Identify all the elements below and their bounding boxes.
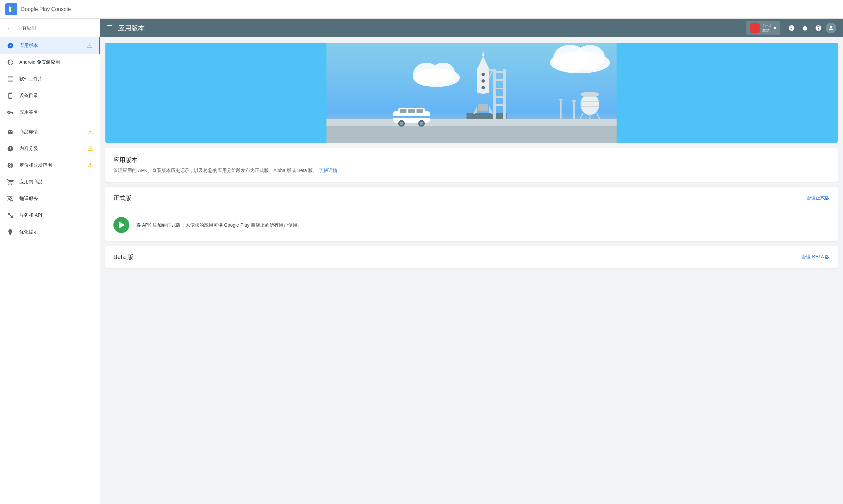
learn-more-link[interactable]: 了解详情 bbox=[319, 168, 338, 173]
app-name-container: Test 草稿 bbox=[762, 23, 771, 33]
sidebar-item-in-app-products[interactable]: 应用内商品 bbox=[0, 174, 100, 190]
play-icon bbox=[113, 217, 129, 233]
svg-rect-12 bbox=[467, 113, 506, 119]
section-title: 应用版本 bbox=[113, 156, 138, 164]
production-label: 正式版 bbox=[113, 194, 131, 202]
help-button[interactable] bbox=[812, 22, 824, 34]
sidebar-item-app-version[interactable]: 应用版本 ⚠ bbox=[0, 37, 100, 54]
app-selector[interactable]: Test 草稿 ▾ bbox=[746, 21, 780, 35]
svg-rect-38 bbox=[393, 116, 430, 118]
sidebar-item-android-instant[interactable]: Android 免安装应用 bbox=[0, 54, 100, 71]
manage-production-link[interactable]: 管理正式版 bbox=[806, 195, 830, 201]
sidebar-item-store-listing[interactable]: 商品详情 ⚠ bbox=[0, 124, 100, 140]
svg-point-28 bbox=[482, 79, 485, 83]
svg-point-11 bbox=[575, 45, 605, 70]
app-signing-icon bbox=[7, 109, 14, 116]
pricing-icon bbox=[7, 162, 14, 169]
notifications-button[interactable] bbox=[799, 22, 811, 34]
avatar[interactable] bbox=[826, 23, 836, 33]
hamburger-icon[interactable]: ☰ bbox=[107, 24, 113, 32]
content-area: ☰ 应用版本 Test 草稿 ▾ bbox=[100, 19, 843, 504]
svg-point-40 bbox=[400, 122, 403, 125]
android-instant-icon bbox=[7, 59, 14, 66]
sidebar-item-label: 商品详情 bbox=[19, 129, 38, 135]
svg-rect-36 bbox=[408, 109, 415, 113]
section-description: 管理应用的 APK、查看版本历史记录，以及将您的应用分阶段发布为正式版、Alph… bbox=[113, 167, 830, 174]
production-version-header: 正式版 管理正式版 bbox=[105, 187, 838, 209]
sidebar-item-artifact-library[interactable]: 软件工件库 bbox=[0, 71, 100, 87]
beta-version-section: Beta 版 管理 BETA 版 bbox=[105, 246, 838, 268]
sidebar-item-translation[interactable]: 翻译服务 bbox=[0, 190, 100, 207]
warning-icon-content: ⚠ bbox=[88, 145, 93, 152]
section-info-card: 应用版本 管理应用的 APK、查看版本历史记录，以及将您的应用分阶段发布为正式版… bbox=[105, 148, 838, 182]
svg-rect-16 bbox=[493, 79, 506, 81]
sidebar-divider-1 bbox=[0, 122, 100, 122]
svg-rect-43 bbox=[560, 99, 561, 119]
sidebar-item-app-signing[interactable]: 应用签名 bbox=[0, 104, 100, 121]
main-layout: ← 所有应用 应用版本 ⚠ Android 免安装应用 软件工件库 bbox=[0, 19, 843, 504]
device-catalog-icon bbox=[7, 92, 14, 99]
svg-point-51 bbox=[580, 92, 599, 97]
svg-point-8 bbox=[431, 63, 455, 83]
svg-rect-19 bbox=[493, 104, 506, 106]
dropdown-icon: ▾ bbox=[774, 25, 776, 31]
sidebar-item-pricing[interactable]: 定价和分发范围 ⚠ bbox=[0, 157, 100, 174]
svg-rect-5 bbox=[326, 119, 616, 126]
content-rating-icon bbox=[7, 145, 14, 152]
logo-area: Google Play Console bbox=[5, 3, 105, 15]
svg-rect-17 bbox=[493, 88, 506, 89]
svg-rect-13 bbox=[503, 69, 506, 119]
svg-point-2 bbox=[11, 8, 14, 11]
sidebar-item-label: 翻译服务 bbox=[19, 196, 38, 202]
svg-rect-35 bbox=[400, 109, 407, 113]
sidebar-item-label: 优化提示 bbox=[19, 229, 38, 235]
content-title: 应用版本 bbox=[118, 24, 741, 33]
info-button[interactable] bbox=[786, 22, 797, 34]
svg-rect-18 bbox=[493, 96, 506, 98]
sidebar-item-label: 设备目录 bbox=[19, 93, 38, 99]
logo-text: Google Play Console bbox=[21, 6, 71, 12]
artifact-library-icon bbox=[7, 75, 14, 83]
sidebar: ← 所有应用 应用版本 ⚠ Android 免安装应用 软件工件库 bbox=[0, 19, 100, 504]
sidebar-item-label: 应用签名 bbox=[19, 109, 38, 115]
play-triangle bbox=[119, 222, 125, 228]
sidebar-item-content-rating[interactable]: 内容分级 ⚠ bbox=[0, 140, 100, 157]
svg-point-27 bbox=[482, 73, 485, 76]
app-icon bbox=[750, 23, 760, 33]
production-description: 将 APK 添加到正式版，以便您的应用可供 Google Play 商店上的所有… bbox=[136, 221, 302, 229]
sidebar-item-label: 软件工件库 bbox=[19, 76, 43, 82]
sidebar-item-services-api[interactable]: 服务和 API bbox=[0, 207, 100, 224]
manage-beta-link[interactable]: 管理 BETA 版 bbox=[801, 254, 830, 260]
svg-rect-46 bbox=[572, 100, 576, 102]
logo-icon bbox=[5, 3, 17, 15]
warning-icon-pricing: ⚠ bbox=[88, 162, 93, 169]
svg-rect-52 bbox=[580, 101, 599, 102]
back-icon: ← bbox=[7, 24, 13, 32]
section-title-row: 应用版本 bbox=[113, 156, 830, 164]
content-body: 应用版本 管理应用的 APK、查看版本历史记录，以及将您的应用分阶段发布为正式版… bbox=[100, 148, 843, 279]
sidebar-back-button[interactable]: ← 所有应用 bbox=[0, 19, 100, 37]
hero-illustration bbox=[105, 43, 838, 143]
sidebar-item-label: 服务和 API bbox=[19, 212, 42, 218]
beta-label: Beta 版 bbox=[113, 253, 133, 261]
svg-point-42 bbox=[420, 122, 423, 125]
svg-rect-44 bbox=[559, 99, 562, 100]
top-bar: Google Play Console bbox=[0, 0, 843, 19]
optimization-icon bbox=[7, 228, 14, 236]
beta-version-header: Beta 版 管理 BETA 版 bbox=[105, 246, 838, 268]
svg-point-29 bbox=[482, 86, 485, 89]
svg-rect-32 bbox=[478, 104, 488, 111]
sidebar-item-label: 应用版本 bbox=[19, 43, 38, 49]
sidebar-back-label: 所有应用 bbox=[17, 25, 36, 31]
sidebar-item-device-catalog[interactable]: 设备目录 bbox=[0, 87, 100, 104]
svg-rect-45 bbox=[573, 101, 575, 119]
translation-icon bbox=[7, 195, 14, 202]
app-name: Test bbox=[762, 23, 771, 28]
svg-rect-14 bbox=[493, 69, 496, 119]
store-listing-icon bbox=[7, 128, 14, 136]
sidebar-item-label: 定价和分发范围 bbox=[19, 162, 52, 168]
sidebar-item-optimization[interactable]: 优化提示 bbox=[0, 224, 100, 240]
production-version-section: 正式版 管理正式版 将 APK 添加到正式版，以便您的应用可供 Google P… bbox=[105, 187, 838, 241]
hero-svg bbox=[105, 43, 838, 143]
in-app-products-icon bbox=[7, 178, 14, 186]
